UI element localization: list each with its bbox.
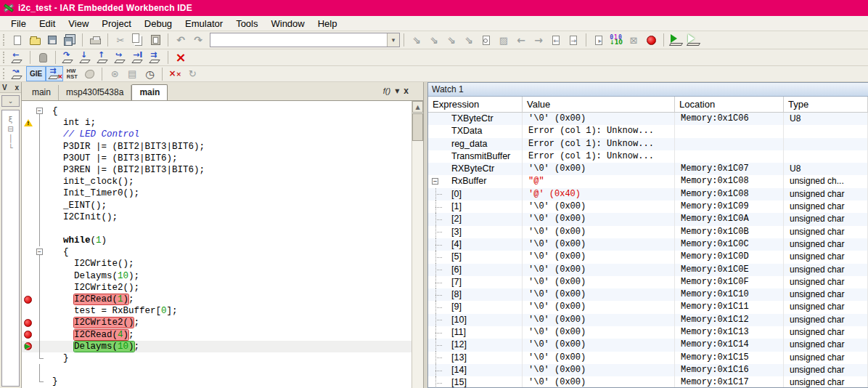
fold-marker-icon[interactable]: − xyxy=(36,108,43,114)
breakpoint-gutter[interactable] xyxy=(22,200,35,211)
register-view-button[interactable]: ▤ xyxy=(123,66,141,81)
code-text[interactable]: int i; xyxy=(45,117,412,129)
code-line[interactable]: I2CWrite2(); xyxy=(22,317,412,328)
next-statement-button[interactable]: ↪ xyxy=(112,50,129,65)
fold-margin[interactable] xyxy=(35,164,45,176)
hw-reset-button[interactable]: HWRST xyxy=(63,66,81,81)
watch-value[interactable]: '\0' (0x00) xyxy=(523,339,675,351)
fold-margin[interactable] xyxy=(35,176,45,187)
code-text[interactable]: _EINT(); xyxy=(45,200,412,211)
code-line[interactable]: P3REN |= (BIT2|BIT3|BIT6); xyxy=(22,164,412,176)
code-line[interactable]: P3OUT |= (BIT3|BIT6); xyxy=(22,153,412,164)
break-button[interactable] xyxy=(34,50,52,65)
breakpoint-gutter[interactable] xyxy=(22,105,35,117)
watch-value[interactable]: '\0' (0x00) xyxy=(523,314,675,326)
watch-expression[interactable]: [11] xyxy=(451,327,466,337)
reset-button[interactable]: ← xyxy=(9,50,26,65)
fold-margin[interactable] xyxy=(35,305,45,317)
code-text[interactable]: Delayms(10); xyxy=(45,270,412,282)
watch-row[interactable]: RXByteCtr'\0' (0x00)Memory:0x1C07U8 xyxy=(428,163,868,175)
watch-value[interactable]: "@" xyxy=(523,175,675,187)
fold-margin[interactable] xyxy=(35,211,45,223)
breakpoint-gutter[interactable] xyxy=(22,246,35,258)
editor-tab-main-active[interactable]: main xyxy=(131,84,168,100)
breakpoint-gutter[interactable] xyxy=(22,294,35,305)
breakpoint-gutter[interactable] xyxy=(22,341,35,352)
code-text[interactable]: I2CWrite(); xyxy=(45,258,412,270)
fold-margin[interactable]: − xyxy=(35,105,45,117)
open-file-button[interactable] xyxy=(26,33,44,48)
breakpoint-gutter[interactable] xyxy=(22,129,35,140)
breakpoint-gutter[interactable] xyxy=(22,305,35,317)
interrupts-off-button[interactable]: ⇉× xyxy=(46,66,63,81)
watch-row[interactable]: [0]'@' (0x40)Memory:0x1C08unsigned char xyxy=(428,188,868,201)
navigate-back-button[interactable]: ← xyxy=(512,33,530,48)
watch-expression[interactable]: [15] xyxy=(451,377,467,387)
watch-value[interactable]: '\0' (0x00) xyxy=(523,352,675,364)
watch-row[interactable]: [11]'\0' (0x00)Memory:0x1C13unsigned cha… xyxy=(428,326,868,339)
code-line[interactable]: I2CInit(); xyxy=(22,211,412,223)
watch-expression[interactable]: RxBuffer xyxy=(451,176,486,186)
fold-margin[interactable] xyxy=(35,235,45,246)
fold-margin[interactable] xyxy=(35,364,45,376)
watch-value[interactable]: '\0' (0x00) xyxy=(523,364,675,376)
step-out-button[interactable]: ↑ xyxy=(94,50,112,65)
breakpoint-gutter[interactable] xyxy=(22,153,35,164)
watch-expression[interactable]: [1] xyxy=(451,201,462,211)
fold-margin[interactable] xyxy=(35,352,45,364)
menu-item-window[interactable]: Window xyxy=(264,17,311,31)
code-line[interactable] xyxy=(22,223,412,235)
code-line[interactable]: Delayms(10); xyxy=(22,341,412,352)
workspace-close-icon[interactable]: x xyxy=(15,84,19,92)
fold-margin[interactable] xyxy=(35,117,45,129)
workspace-tree[interactable]: ξ⊟│└ xyxy=(1,110,20,387)
watch-row[interactable]: TXDataError (col 1): Unknow... xyxy=(428,125,868,137)
code-text[interactable]: I2CRead(1); xyxy=(45,294,412,305)
cut-button[interactable]: ✂ xyxy=(112,33,129,48)
code-line[interactable]: while(1) xyxy=(22,235,412,246)
breakpoint-icon[interactable] xyxy=(24,296,32,304)
code-line[interactable]: int i; xyxy=(22,117,412,129)
new-document-button[interactable] xyxy=(9,33,26,48)
previous-document-button[interactable]: ← xyxy=(547,33,565,48)
breakpoint-icon[interactable] xyxy=(24,319,32,327)
watch-expression[interactable]: [2] xyxy=(451,214,462,224)
watch-row[interactable]: TransmitBufferError (col 1): Unknow... xyxy=(428,150,868,163)
watch-row[interactable]: [14]'\0' (0x00)Memory:0x1C16unsigned cha… xyxy=(428,364,868,376)
watch-expression[interactable]: TransmitBuffer xyxy=(451,151,510,161)
code-line[interactable]: − { xyxy=(22,246,412,258)
code-line[interactable]: } xyxy=(22,352,412,364)
watch-expression[interactable]: [0] xyxy=(451,189,462,199)
breakpoint-gutter[interactable] xyxy=(22,164,35,176)
watch-value[interactable]: '\0' (0x00) xyxy=(523,326,675,339)
collapse-icon[interactable]: − xyxy=(432,178,438,185)
menu-item-project[interactable]: Project xyxy=(95,17,137,31)
fold-margin[interactable] xyxy=(35,200,45,211)
fold-margin[interactable] xyxy=(35,329,45,341)
debug-without-downloading-button[interactable] xyxy=(685,33,703,48)
watch-value[interactable]: Error (col 1): Unknow... xyxy=(523,138,675,150)
breakpoint-gutter[interactable] xyxy=(22,187,35,199)
save-button[interactable] xyxy=(44,33,61,48)
watch-expression[interactable]: RXByteCtr xyxy=(451,163,494,174)
go-button[interactable]: ⇉ xyxy=(147,50,164,65)
redo-button[interactable]: ↷ xyxy=(189,33,207,48)
code-line[interactable]: I2CWrite(); xyxy=(22,258,412,270)
breakpoint-gutter[interactable] xyxy=(22,352,35,364)
breakpoint-icon[interactable] xyxy=(24,331,32,339)
menu-item-tools[interactable]: Tools xyxy=(229,17,264,31)
macro-button[interactable] xyxy=(81,66,98,81)
code-line[interactable]: Delayms(10); xyxy=(22,270,412,282)
breakpoint-gutter[interactable] xyxy=(22,223,35,235)
watch-value[interactable]: Error (col 1): Unknow... xyxy=(523,150,675,163)
watch-row[interactable]: [1]'\0' (0x00)Memory:0x1C09unsigned char xyxy=(428,201,868,213)
breakpoint-gutter[interactable] xyxy=(22,282,35,294)
code-line[interactable]: I2CRead(4); xyxy=(22,329,412,341)
stop-build-button[interactable]: ⊠ xyxy=(625,33,642,48)
paste-button[interactable] xyxy=(147,33,164,48)
watch-value[interactable]: '\0' (0x00) xyxy=(523,288,675,301)
watch-value[interactable]: '\0' (0x00) xyxy=(523,113,675,125)
fold-margin[interactable] xyxy=(35,153,45,164)
code-text[interactable] xyxy=(45,364,412,376)
scrollbar-thumb[interactable] xyxy=(412,113,423,141)
